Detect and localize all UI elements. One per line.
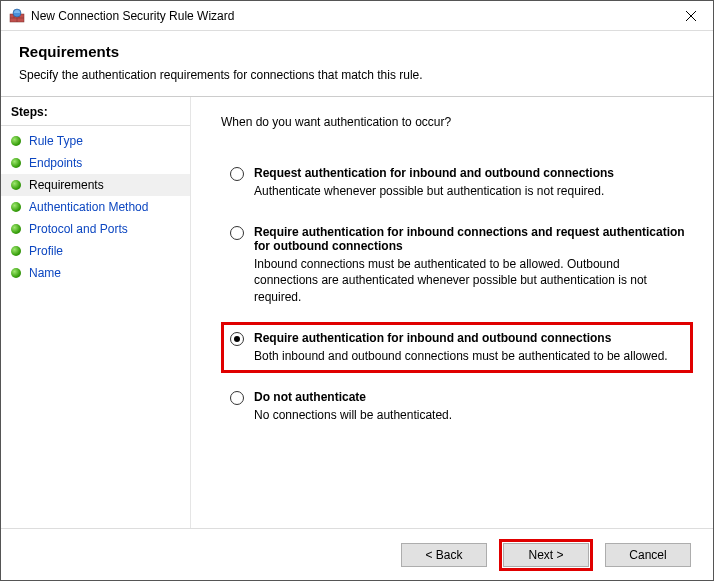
step-bullet-icon [11,136,21,146]
step-rule-type[interactable]: Rule Type [1,130,190,152]
step-name[interactable]: Name [1,262,190,284]
step-label: Authentication Method [29,200,148,214]
option-texts: Require authentication for inbound conne… [254,225,686,305]
steps-label: Steps: [1,101,190,126]
option-require-both[interactable]: Require authentication for inbound and o… [221,322,693,373]
step-label: Protocol and Ports [29,222,128,236]
step-bullet-icon [11,158,21,168]
page-heading: Requirements [19,43,695,60]
step-protocol-and-ports[interactable]: Protocol and Ports [1,218,190,240]
cancel-button-wrap: Cancel [601,539,695,571]
body: Steps: Rule Type Endpoints Requirements … [1,97,713,528]
step-bullet-icon [11,180,21,190]
step-bullet-icon [11,246,21,256]
option-texts: Require authentication for inbound and o… [254,331,686,364]
wizard-window: New Connection Security Rule Wizard Requ… [0,0,714,581]
step-label: Name [29,266,61,280]
step-bullet-icon [11,268,21,278]
window-title: New Connection Security Rule Wizard [31,9,668,23]
main-panel: When do you want authentication to occur… [191,97,713,528]
step-bullet-icon [11,202,21,212]
option-desc: Authenticate whenever possible but authe… [254,183,686,199]
next-button-wrap: Next > [499,539,593,571]
back-button[interactable]: < Back [401,543,487,567]
option-desc: Inbound connections must be authenticate… [254,256,686,305]
firewall-icon [9,8,25,24]
option-title: Do not authenticate [254,390,686,404]
step-label: Requirements [29,178,104,192]
radio-icon[interactable] [230,226,244,240]
options-group: Request authentication for inbound and o… [221,157,693,432]
option-title: Request authentication for inbound and o… [254,166,686,180]
next-button[interactable]: Next > [503,543,589,567]
page-subtitle: Specify the authentication requirements … [19,68,695,82]
question-text: When do you want authentication to occur… [221,115,693,129]
step-label: Profile [29,244,63,258]
option-desc: Both inbound and outbound connections mu… [254,348,686,364]
steps-sidebar: Steps: Rule Type Endpoints Requirements … [1,97,191,528]
radio-icon[interactable] [230,332,244,346]
step-requirements[interactable]: Requirements [1,174,190,196]
option-require-inbound-request-outbound[interactable]: Require authentication for inbound conne… [221,216,693,314]
back-button-wrap: < Back [397,539,491,571]
option-do-not-authenticate[interactable]: Do not authenticate No connections will … [221,381,693,432]
radio-icon[interactable] [230,391,244,405]
footer: < Back Next > Cancel [1,528,713,580]
option-title: Require authentication for inbound and o… [254,331,686,345]
option-texts: Do not authenticate No connections will … [254,390,686,423]
step-authentication-method[interactable]: Authentication Method [1,196,190,218]
radio-icon[interactable] [230,167,244,181]
step-label: Endpoints [29,156,82,170]
step-profile[interactable]: Profile [1,240,190,262]
titlebar: New Connection Security Rule Wizard [1,1,713,31]
step-bullet-icon [11,224,21,234]
close-button[interactable] [668,1,713,31]
option-request-auth[interactable]: Request authentication for inbound and o… [221,157,693,208]
step-endpoints[interactable]: Endpoints [1,152,190,174]
header: Requirements Specify the authentication … [1,31,713,96]
cancel-button[interactable]: Cancel [605,543,691,567]
option-desc: No connections will be authenticated. [254,407,686,423]
option-texts: Request authentication for inbound and o… [254,166,686,199]
option-title: Require authentication for inbound conne… [254,225,686,253]
step-label: Rule Type [29,134,83,148]
